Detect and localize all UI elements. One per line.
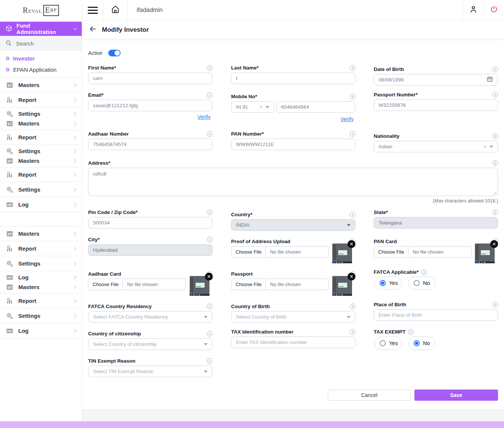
info-icon[interactable]: i: [350, 65, 355, 71]
sidebar-item-settings[interactable]: Settings: [0, 146, 82, 156]
sidebar-item-report[interactable]: Report: [0, 95, 82, 105]
sidebar-item-report[interactable]: Report: [0, 244, 82, 254]
date-of-birth-input[interactable]: 08/09/1998: [374, 74, 498, 86]
fatca-country-select[interactable]: Select FATCA Country Residency: [88, 311, 212, 323]
choose-file-button[interactable]: Choose File: [88, 279, 123, 290]
sidebar-item-masters[interactable]: $Masters: [0, 156, 82, 166]
sidebar-item-masters[interactable]: $Masters: [0, 80, 82, 90]
email-verify-link[interactable]: Verify: [197, 114, 211, 120]
sidebar-item-investor[interactable]: Investor: [0, 53, 82, 64]
info-icon[interactable]: i: [492, 92, 498, 97]
fatca-yes-radio[interactable]: Yes: [374, 276, 402, 290]
nationality-select[interactable]: Indian×: [374, 141, 498, 152]
home-button[interactable]: [103, 0, 128, 20]
sidebar-item-masters[interactable]: $Masters: [0, 282, 82, 292]
sidebar-item-masters[interactable]: $Masters: [0, 119, 82, 128]
info-icon[interactable]: i: [492, 66, 498, 72]
info-icon[interactable]: i: [350, 329, 355, 335]
sidebar-item-epan-application[interactable]: EPAN Application: [0, 64, 82, 75]
log-icon: ERP: [6, 201, 13, 208]
choose-file-button[interactable]: Choose File: [231, 246, 266, 257]
citizenship-select[interactable]: Select Country of citizenship: [88, 338, 212, 350]
pan-number-input[interactable]: WWWWW1211E: [231, 139, 355, 150]
sidebar-item-report[interactable]: Report: [0, 296, 82, 306]
mobile-verify-link[interactable]: Verify: [340, 116, 354, 122]
pan-card-file-input[interactable]: Choose File No file chosen: [374, 246, 472, 258]
info-icon[interactable]: i: [421, 269, 427, 275]
hamburger-menu-button[interactable]: [82, 0, 103, 20]
resize-handle[interactable]: [493, 191, 497, 195]
info-icon[interactable]: i: [492, 302, 498, 307]
info-icon[interactable]: i: [492, 210, 498, 215]
passport-number-input[interactable]: W32255676: [374, 99, 498, 111]
profile-button[interactable]: [463, 0, 483, 20]
pan-card-thumbnail[interactable]: ✕: [475, 244, 495, 263]
info-icon[interactable]: i: [492, 160, 498, 166]
calendar-icon[interactable]: [486, 76, 493, 84]
last-name-label: Last Name*: [231, 65, 259, 71]
sidebar-item-masters[interactable]: $Masters: [0, 229, 82, 239]
tax-id-input[interactable]: Enter TAX Identification number: [231, 336, 355, 348]
remove-file-icon[interactable]: ✕: [205, 273, 213, 280]
sidebar-item-log[interactable]: ERPLog: [0, 326, 82, 336]
info-icon[interactable]: i: [350, 212, 355, 217]
email-input[interactable]: sasas@121212.fgfg: [88, 100, 212, 111]
pincode-input[interactable]: 500034: [88, 217, 212, 229]
save-button[interactable]: Save: [414, 390, 498, 401]
country-of-birth-select[interactable]: Select Country of Birth: [231, 311, 355, 323]
cancel-button[interactable]: Cancel: [328, 390, 411, 401]
info-icon[interactable]: i: [207, 131, 212, 137]
proof-of-address-thumbnail[interactable]: ✕: [332, 244, 352, 263]
tin-exempt-select[interactable]: Select TIN Exempt Reason: [88, 366, 212, 377]
logo-area[interactable]: REVALERP: [0, 0, 82, 21]
module-selector[interactable]: Fund Administration: [0, 22, 82, 36]
remove-file-icon[interactable]: ✕: [490, 240, 498, 248]
back-button[interactable]: [89, 25, 97, 34]
aadhaar-card-thumbnail[interactable]: ✕: [190, 276, 209, 296]
sidebar-item-report[interactable]: Report: [0, 133, 82, 142]
choose-file-button[interactable]: Choose File: [374, 246, 408, 257]
tax-exempt-no-radio[interactable]: No: [408, 336, 435, 350]
mobile-country-select[interactable]: IN 91×: [231, 101, 274, 113]
info-icon[interactable]: i: [350, 131, 355, 137]
sidebar-item-report[interactable]: Report: [0, 170, 82, 180]
sidebar-item-settings[interactable]: Settings: [0, 185, 82, 195]
aadhaar-card-file-input[interactable]: Choose File No file chosen: [88, 279, 186, 290]
info-icon[interactable]: i: [207, 237, 212, 242]
sidebar-item-log[interactable]: ERPLog: [0, 200, 82, 210]
info-icon[interactable]: i: [207, 92, 212, 98]
info-icon[interactable]: i: [207, 331, 212, 336]
mobile-number-input[interactable]: 6546464564: [276, 101, 355, 113]
place-of-birth-input[interactable]: Enter Place of Birth: [374, 309, 498, 321]
first-name-input[interactable]: sam: [88, 72, 212, 84]
info-icon[interactable]: i: [207, 210, 212, 215]
proof-of-address-file-input[interactable]: Choose File No file chosen: [231, 246, 329, 258]
sidebar-item-settings[interactable]: Settings: [0, 311, 82, 321]
remove-file-icon[interactable]: ✕: [348, 273, 355, 280]
info-icon[interactable]: i: [350, 304, 355, 309]
info-icon[interactable]: i: [408, 329, 414, 335]
sidebar-item-settings[interactable]: Settings: [0, 259, 82, 269]
sidebar-item-log[interactable]: ERPLog: [0, 273, 82, 282]
info-icon[interactable]: i: [207, 65, 212, 71]
choose-file-button[interactable]: Choose File: [231, 279, 266, 290]
tax-exempt-yes-radio[interactable]: Yes: [374, 336, 402, 350]
sidebar-item-settings[interactable]: Settings: [0, 109, 82, 119]
sidebar-item-label: Masters: [18, 284, 68, 290]
sidebar-search[interactable]: Search: [0, 36, 82, 51]
aadhaar-number-input[interactable]: 754645674574: [88, 139, 212, 150]
logout-button[interactable]: [483, 0, 504, 20]
clear-icon[interactable]: ×: [483, 144, 486, 149]
passport-thumbnail[interactable]: ✕: [332, 276, 352, 296]
passport-file-input[interactable]: Choose File No file chosen: [231, 279, 329, 290]
info-icon[interactable]: i: [492, 133, 498, 139]
address-textarea[interactable]: sdfsdf: [88, 168, 498, 196]
clear-icon[interactable]: ×: [259, 104, 262, 110]
active-toggle[interactable]: [108, 50, 121, 56]
info-icon[interactable]: i: [207, 304, 212, 309]
remove-file-icon[interactable]: ✕: [348, 240, 355, 248]
last-name-input[interactable]: t: [231, 72, 355, 84]
fatca-no-radio[interactable]: No: [408, 276, 435, 290]
info-icon[interactable]: i: [207, 358, 212, 364]
chevron-right-icon: [72, 135, 76, 139]
